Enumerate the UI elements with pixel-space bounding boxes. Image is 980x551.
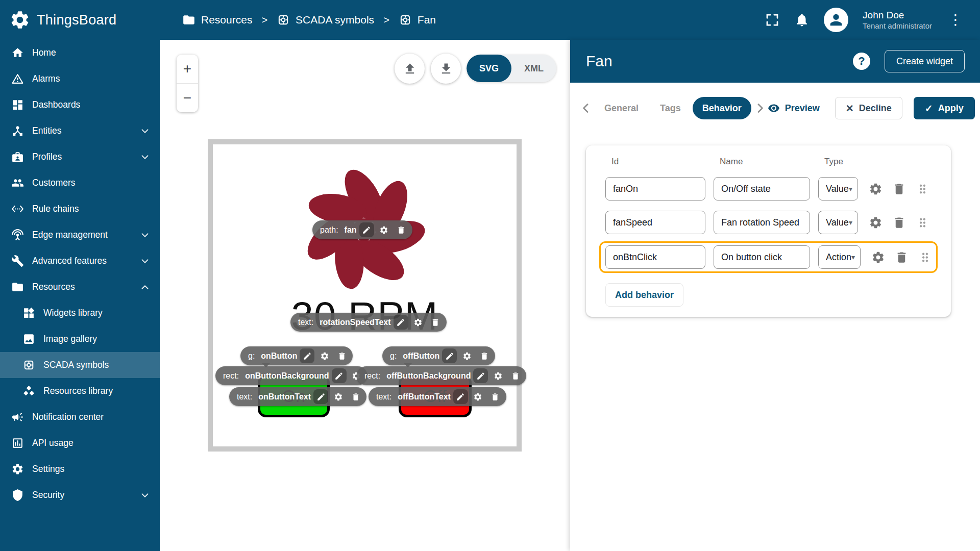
sidebar-item-advanced-features[interactable]: Advanced features [0, 248, 160, 274]
chevron-left-icon[interactable] [578, 101, 594, 116]
details-panel: Fan ? Create widget General Tags Behavio… [570, 40, 980, 551]
edit-pencil-icon[interactable] [300, 348, 314, 363]
create-widget-button[interactable]: Create widget [885, 50, 965, 72]
sidebar-item-security[interactable]: Security [0, 482, 160, 508]
sidebar-item-entities[interactable]: Entities [0, 118, 160, 144]
sidebar-item-scada-symbols[interactable]: SCADA symbols [0, 352, 160, 378]
download-icon [439, 62, 453, 76]
edit-pencil-icon[interactable] [313, 389, 328, 404]
settings-gear-icon[interactable] [471, 389, 485, 404]
delete-trash-icon[interactable] [334, 348, 349, 363]
sidebar-item-profiles[interactable]: Profiles [0, 144, 160, 170]
behavior-name-input[interactable] [714, 245, 810, 269]
chevron-down-icon [139, 126, 151, 137]
sidebar-item-home[interactable]: Home [0, 40, 160, 66]
zoom-in-button[interactable]: + [177, 55, 198, 84]
behavior-type-select[interactable]: Value▾ [818, 211, 858, 234]
edit-pencil-icon[interactable] [453, 389, 468, 404]
brand-logo[interactable]: ThingsBoard [0, 0, 160, 40]
behavior-type-select[interactable]: Action▾ [818, 245, 861, 269]
zoom-controls: + − [177, 55, 198, 112]
drag-handle-icon[interactable] [913, 180, 932, 198]
drag-handle-icon[interactable] [913, 213, 932, 232]
settings-gear-icon[interactable] [331, 389, 346, 404]
delete-trash-icon[interactable] [348, 389, 363, 404]
edit-pencil-icon[interactable] [473, 368, 488, 383]
settings-gear-icon[interactable] [377, 222, 391, 237]
settings-gear-icon[interactable] [491, 368, 505, 383]
avatar[interactable] [824, 8, 848, 32]
row-settings-gear-icon[interactable] [866, 213, 885, 232]
sidebar-item-edge-management[interactable]: Edge management [0, 222, 160, 248]
row-delete-trash-icon[interactable] [892, 248, 911, 266]
toggle-xml[interactable]: XML [511, 55, 556, 82]
tab-general[interactable]: General [595, 97, 648, 119]
dropdown-caret-icon: ▾ [851, 253, 855, 261]
sidebar-item-api-usage[interactable]: API usage [0, 430, 160, 456]
toggle-svg[interactable]: SVG [467, 55, 511, 82]
row-settings-gear-icon[interactable] [869, 248, 887, 266]
delete-trash-icon[interactable] [488, 389, 503, 404]
user-info: John Doe Tenant administrator [863, 9, 932, 31]
settings-gear-icon[interactable] [459, 348, 474, 363]
chevron-right-icon[interactable] [752, 101, 768, 116]
row-settings-gear-icon[interactable] [866, 180, 885, 198]
breadcrumb-scada-symbols[interactable]: SCADA symbols [277, 13, 374, 27]
edit-pencil-icon[interactable] [442, 348, 457, 363]
fullscreen-icon[interactable] [765, 12, 780, 28]
breadcrumb-fan[interactable]: Fan [399, 13, 436, 27]
add-behavior-button[interactable]: Add behavior [605, 283, 683, 307]
sidebar-item-label: Resources library [43, 386, 151, 396]
settings-gear-icon[interactable] [317, 348, 332, 363]
sidebar-item-resources-library[interactable]: Resources library [0, 378, 160, 404]
chip-name: onButton [261, 352, 297, 361]
sidebar-item-rule-chains[interactable]: Rule chains [0, 196, 160, 222]
upload-button[interactable] [395, 54, 425, 84]
behavior-type-select[interactable]: Value▾ [818, 177, 858, 201]
row-delete-trash-icon[interactable] [890, 213, 908, 232]
sidebar-item-image-gallery[interactable]: Image gallery [0, 326, 160, 352]
behavior-id-input[interactable] [605, 245, 705, 269]
behavior-name-input[interactable] [714, 211, 810, 234]
edit-pencil-icon[interactable] [359, 222, 374, 237]
preview-button[interactable]: Preview [768, 102, 820, 114]
sidebar-item-widgets-library[interactable]: Widgets library [0, 300, 160, 326]
edit-pencil-icon[interactable] [332, 368, 347, 383]
behavior-id-input[interactable] [605, 177, 705, 201]
sidebar-item-notification-center[interactable]: Notification center [0, 404, 160, 430]
decline-button[interactable]: ✕Decline [835, 97, 902, 119]
main-area: Resources > SCADA symbols > Fan John Doe… [160, 0, 980, 551]
edit-pencil-icon[interactable] [394, 315, 408, 330]
sidebar-item-customers[interactable]: Customers [0, 170, 160, 196]
notifications-bell-icon[interactable] [794, 12, 810, 28]
behavior-id-input[interactable] [605, 211, 705, 234]
delete-trash-icon[interactable] [428, 315, 443, 330]
chip-prefix: path: [320, 226, 338, 235]
apply-button[interactable]: ✓Apply [914, 97, 975, 119]
zoom-out-button[interactable]: − [177, 84, 198, 112]
tab-tags[interactable]: Tags [650, 97, 691, 119]
row-actions [866, 180, 932, 198]
delete-trash-icon[interactable] [394, 222, 409, 237]
settings-gear-icon[interactable] [411, 315, 426, 330]
chip-prefix: g: [248, 352, 255, 361]
more-vert-icon[interactable]: ⋮ [946, 13, 965, 27]
shield-icon [11, 489, 24, 502]
breadcrumb-resources[interactable]: Resources [182, 13, 252, 27]
help-icon[interactable]: ? [853, 53, 870, 70]
download-button[interactable] [431, 54, 461, 84]
sidebar-item-settings[interactable]: Settings [0, 456, 160, 482]
delete-trash-icon[interactable] [508, 368, 523, 383]
profiles-icon [11, 151, 24, 163]
sidebar-item-dashboards[interactable]: Dashboards [0, 92, 160, 118]
tab-behavior[interactable]: Behavior [693, 97, 751, 119]
behavior-name-input[interactable] [714, 177, 810, 201]
upload-icon [403, 62, 417, 76]
delete-trash-icon[interactable] [477, 348, 492, 363]
chip-prefix: text: [237, 392, 252, 402]
sidebar-item-alarms[interactable]: Alarms [0, 66, 160, 92]
row-delete-trash-icon[interactable] [890, 180, 908, 198]
sidebar-item-label: Entities [32, 126, 131, 136]
sidebar-item-resources[interactable]: Resources [0, 274, 160, 300]
drag-handle-icon[interactable] [916, 248, 934, 266]
